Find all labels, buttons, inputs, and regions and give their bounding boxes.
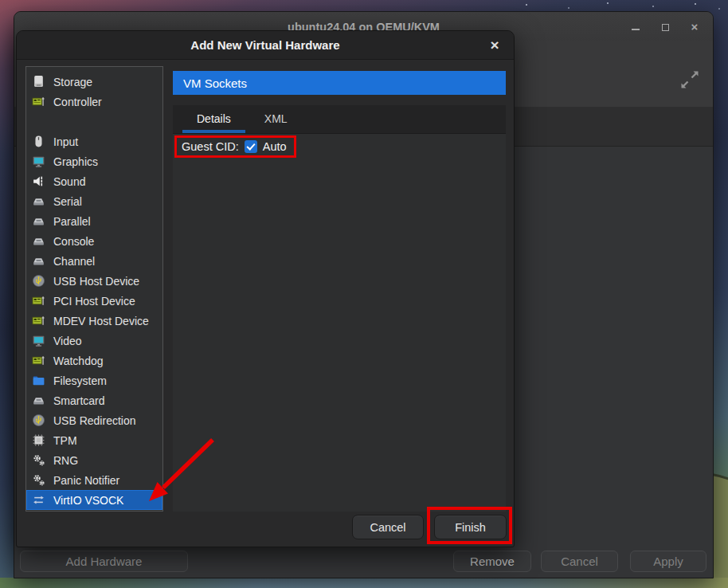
- sidebar-item-tpm[interactable]: TPM: [26, 430, 162, 450]
- minimize-icon[interactable]: [630, 22, 641, 33]
- guest-cid-label: Guest CID:: [182, 140, 239, 153]
- sidebar-item-video[interactable]: Video: [26, 331, 162, 351]
- serial-icon: [32, 194, 45, 208]
- sidebar-item-label: USB Redirection: [53, 414, 136, 427]
- sidebar-item-usb-redirection[interactable]: USB Redirection: [26, 410, 162, 430]
- sidebar-item-rng[interactable]: RNG: [26, 450, 162, 470]
- serial-icon: [32, 214, 45, 228]
- disk-icon: [32, 75, 45, 88]
- sidebar-item-sound[interactable]: Sound: [26, 171, 162, 191]
- monitor-icon: [32, 155, 45, 168]
- dialog-close-icon[interactable]: ×: [484, 31, 505, 59]
- serial-icon: [32, 394, 45, 407]
- sidebar-item-label: Graphics: [53, 155, 98, 168]
- dialog-title: Add New Virtual Hardware: [190, 38, 339, 52]
- sidebar-item-label: PCI Host Device: [53, 295, 135, 308]
- folder-icon: [32, 374, 45, 387]
- mouse-icon: [32, 135, 45, 148]
- gears-icon: [32, 473, 45, 487]
- sidebar-item-label: Watchdog: [53, 355, 104, 367]
- chip-icon: [32, 95, 45, 108]
- sidebar-item-console[interactable]: Console: [26, 231, 162, 251]
- speaker-icon: [32, 174, 45, 188]
- add-hardware-button[interactable]: Add Hardware: [20, 551, 188, 572]
- vm-cancel-button[interactable]: Cancel: [541, 551, 618, 572]
- close-icon[interactable]: ×: [689, 22, 700, 33]
- add-hardware-dialog: Add New Virtual Hardware × StorageContro…: [16, 30, 515, 547]
- sidebar-item-label: Parallel: [53, 215, 91, 228]
- sidebar-item-label: Input: [53, 135, 78, 148]
- panel-header: VM Sockets: [173, 71, 506, 95]
- sidebar-item-label: Video: [53, 335, 82, 347]
- arrows-icon: [32, 493, 45, 507]
- wallpaper-stars: [0, 0, 2, 2]
- annotation-rect-guest-cid: Guest CID: Auto: [174, 135, 296, 158]
- remove-button[interactable]: Remove: [453, 551, 531, 572]
- tab-details[interactable]: Details: [180, 105, 248, 133]
- sidebar-item-label: VirtIO VSOCK: [53, 494, 123, 507]
- sidebar-spacer: [26, 112, 162, 131]
- hardware-type-list: StorageControllerInputGraphicsSoundSeria…: [25, 66, 163, 512]
- finish-button[interactable]: Finish: [434, 515, 507, 539]
- dialog-cancel-button[interactable]: Cancel: [352, 515, 424, 539]
- sidebar-item-label: RNG: [53, 454, 78, 467]
- sidebar-item-label: Serial: [53, 195, 82, 208]
- chip-icon: [32, 314, 45, 327]
- sidebar-item-label: Filesystem: [53, 374, 107, 387]
- gears-icon: [32, 453, 45, 467]
- panel-tabs: Details XML: [173, 105, 506, 134]
- usb-icon: [32, 414, 45, 427]
- sidebar-item-virtio-vsock[interactable]: VirtIO VSOCK: [26, 490, 162, 510]
- sidebar-item-label: Controller: [53, 96, 102, 108]
- tpm-icon: [32, 433, 45, 447]
- auto-checkbox[interactable]: [245, 140, 257, 153]
- sidebar-item-smartcard[interactable]: Smartcard: [26, 390, 162, 410]
- sidebar-item-mdev-host-device[interactable]: MDEV Host Device: [26, 311, 162, 331]
- sidebar-item-input[interactable]: Input: [26, 131, 162, 151]
- sidebar-item-storage[interactable]: Storage: [26, 72, 162, 92]
- maximize-icon[interactable]: [660, 22, 671, 33]
- desktop: ubuntu24.04 on QEMU/KVM × Add Hardware R…: [0, 0, 728, 588]
- sidebar-item-serial[interactable]: Serial: [26, 191, 162, 211]
- sidebar-item-watchdog[interactable]: Watchdog: [26, 351, 162, 370]
- sidebar-item-label: Channel: [53, 255, 95, 268]
- sidebar-item-label: USB Host Device: [53, 275, 139, 288]
- tab-xml[interactable]: XML: [248, 105, 304, 133]
- window-controls: ×: [630, 12, 700, 41]
- wallpaper-strip: [0, 578, 728, 588]
- sidebar-item-graphics[interactable]: Graphics: [26, 151, 162, 171]
- chip-icon: [32, 294, 45, 308]
- sidebar-item-controller[interactable]: Controller: [26, 92, 162, 112]
- monitor-icon: [32, 334, 45, 347]
- sidebar-item-filesystem[interactable]: Filesystem: [26, 370, 162, 390]
- sidebar-item-label: Smartcard: [53, 394, 105, 407]
- apply-button[interactable]: Apply: [630, 551, 706, 572]
- serial-icon: [32, 254, 45, 268]
- panel-content: Guest CID: Auto: [173, 134, 506, 512]
- sidebar-item-channel[interactable]: Channel: [26, 251, 162, 271]
- chip-icon: [32, 354, 45, 367]
- sidebar-item-label: Console: [53, 235, 94, 248]
- sidebar-item-pci-host-device[interactable]: PCI Host Device: [26, 291, 162, 311]
- dialog-titlebar[interactable]: Add New Virtual Hardware ×: [17, 31, 514, 60]
- sidebar-item-label: Panic Notifier: [53, 474, 119, 487]
- sidebar-item-panic-notifier[interactable]: Panic Notifier: [26, 470, 162, 490]
- sidebar-item-parallel[interactable]: Parallel: [26, 211, 162, 231]
- expand-arrows-icon[interactable]: [678, 68, 702, 92]
- sidebar-item-label: Sound: [53, 175, 85, 188]
- sidebar-item-label: MDEV Host Device: [53, 315, 149, 327]
- sidebar-item-label: TPM: [53, 434, 77, 447]
- usb-icon: [32, 274, 45, 288]
- serial-icon: [32, 234, 45, 248]
- sidebar-item-usb-host-device[interactable]: USB Host Device: [26, 271, 162, 291]
- sidebar-item-label: Storage: [53, 76, 92, 88]
- auto-checkbox-label[interactable]: Auto: [263, 140, 287, 153]
